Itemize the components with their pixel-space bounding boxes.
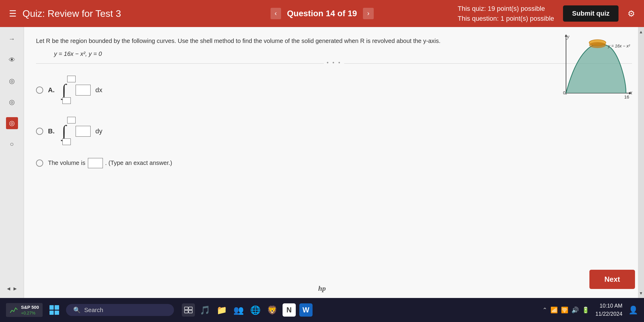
- integrand-box-b[interactable]: [76, 126, 91, 137]
- collapse-right-icon[interactable]: ►: [13, 286, 18, 292]
- stock-widget[interactable]: S&P 500 +0.27%: [6, 303, 43, 317]
- question-text: Let R be the region bounded by the follo…: [36, 36, 632, 46]
- chevron-up-icon[interactable]: ⌃: [542, 306, 547, 314]
- sidebar-circle3-icon[interactable]: ◎: [6, 117, 18, 129]
- settings-icon[interactable]: ⚙: [628, 9, 635, 19]
- divider-dots: • • •: [324, 60, 344, 66]
- prev-question-button[interactable]: ‹: [270, 8, 281, 19]
- win-sq2: [55, 305, 59, 310]
- volume-text: The volume is . (Type an exact answer.): [48, 158, 172, 168]
- svg-text:y: y: [566, 34, 569, 40]
- quiz-title: Quiz: Review for Test 3: [22, 8, 458, 19]
- integral-symbol-b: ∫: [62, 124, 66, 138]
- windows-icon: [49, 305, 59, 315]
- integral-symbol-a: ∫: [62, 83, 66, 97]
- start-button[interactable]: [47, 303, 61, 317]
- main-container: → 👁 ◎ ◎ ◎ ○ ◄ ► Let R be the region boun…: [0, 27, 644, 298]
- svg-rect-14: [184, 310, 188, 313]
- stock-info: S&P 500 +0.27%: [21, 304, 39, 316]
- content-area: Let R be the region bounded by the follo…: [24, 27, 644, 298]
- user-avatar-icon[interactable]: 👤: [628, 305, 638, 315]
- option-b-radio[interactable]: [36, 128, 43, 135]
- graph-area: y x 0 16 y = 16x − x²: [551, 33, 635, 102]
- svg-text:16: 16: [624, 94, 629, 99]
- teams-icon[interactable]: 👥: [232, 303, 245, 317]
- lower-bound-box-b[interactable]: [62, 138, 71, 145]
- stock-chart-icon: [10, 305, 19, 314]
- next-question-button[interactable]: ›: [363, 8, 373, 19]
- notion-icon[interactable]: N: [283, 303, 296, 317]
- question-points-info: This question: 1 point(s) possible: [458, 14, 554, 23]
- taskbar: S&P 500 +0.27% 🔍 Search 🎵 📁 👥 🌐: [0, 298, 644, 322]
- quiz-info: This quiz: 19 point(s) possible This que…: [458, 4, 554, 23]
- svg-text:0: 0: [563, 90, 565, 95]
- upper-bound-box-b[interactable]: [67, 117, 76, 123]
- taskbar-right: ⌃ 📶 🛜 🔊 🔋 10:10 AM 11/22/2024 👤: [542, 302, 638, 318]
- option-a-radio[interactable]: [36, 87, 43, 94]
- volume-answer-row: The volume is . (Type an exact answer.): [36, 158, 632, 168]
- volume-icon[interactable]: 🔊: [571, 306, 579, 314]
- time-display: 10:10 AM: [595, 302, 622, 310]
- sidebar-circle4-icon[interactable]: ○: [6, 138, 18, 150]
- sidebar-eye-icon[interactable]: 👁: [6, 54, 18, 66]
- sidebar-circle2-icon[interactable]: ◎: [6, 96, 18, 108]
- lower-bound-box-a[interactable]: [62, 97, 71, 104]
- sidebar-forward-icon[interactable]: →: [6, 33, 18, 45]
- win-sq4: [55, 311, 59, 315]
- stock-change: +0.27%: [21, 310, 39, 316]
- brave-icon[interactable]: 🦁: [266, 303, 279, 317]
- clock[interactable]: 10:10 AM 11/22/2024: [595, 302, 622, 318]
- search-icon: 🔍: [73, 306, 81, 314]
- wifi-icon[interactable]: 🛜: [561, 306, 568, 314]
- collapse-left-icon[interactable]: ◄: [6, 286, 11, 292]
- submit-quiz-button[interactable]: Submit quiz: [563, 5, 619, 22]
- volume-suffix: . (Type an exact answer.): [105, 159, 172, 166]
- header: ☰ Quiz: Review for Test 3 ‹ Question 14 …: [0, 0, 644, 27]
- volume-radio[interactable]: [36, 159, 43, 167]
- option-b-diff: dy: [95, 127, 102, 135]
- question-counter: Question 14 of 19: [287, 9, 357, 18]
- svg-rect-12: [184, 307, 188, 310]
- search-bar[interactable]: 🔍 Search: [66, 304, 174, 316]
- taskbar-app-icons: 🎵 📁 👥 🌐 🦁 N W: [182, 303, 313, 317]
- stock-name: S&P 500: [21, 304, 39, 310]
- network-status-icon[interactable]: 📶: [550, 306, 558, 314]
- win-sq3: [49, 311, 54, 315]
- svg-text:y = 16x − x²: y = 16x − x²: [608, 44, 630, 48]
- files-icon[interactable]: 📁: [215, 303, 229, 317]
- menu-icon[interactable]: ☰: [9, 9, 16, 19]
- svg-rect-15: [189, 310, 192, 313]
- option-b-label: B.: [48, 127, 57, 135]
- option-a-lower-bound: [62, 97, 71, 105]
- option-b-row: B. ∫ dy: [36, 117, 632, 146]
- system-tray: ⌃ 📶 🛜 🔊 🔋: [542, 306, 589, 314]
- svg-point-6: [589, 42, 606, 48]
- svg-text:x: x: [630, 90, 632, 96]
- next-button[interactable]: Next: [589, 270, 635, 289]
- upper-bound-box-a[interactable]: [67, 76, 76, 82]
- header-right: This quiz: 19 point(s) possible This que…: [458, 4, 635, 23]
- option-a-row: A. ∫ dx: [36, 76, 632, 105]
- left-sidebar: → 👁 ◎ ◎ ◎ ○ ◄ ►: [0, 27, 24, 298]
- hp-logo: hp: [313, 279, 331, 297]
- quiz-points-info: This quiz: 19 point(s) possible: [458, 4, 554, 14]
- integrand-box-a[interactable]: [76, 85, 91, 96]
- sidebar-circle1-icon[interactable]: ◎: [6, 75, 18, 87]
- edge-icon[interactable]: 🌐: [249, 303, 262, 317]
- win-sq1: [49, 305, 54, 310]
- scroll-up-arrow[interactable]: ▲: [639, 29, 643, 34]
- word-icon[interactable]: W: [299, 303, 313, 317]
- scrollbar[interactable]: ▲ ▼: [638, 27, 644, 298]
- volume-answer-input[interactable]: [88, 158, 103, 168]
- option-a-label: A.: [48, 86, 57, 94]
- scroll-down-arrow[interactable]: ▼: [639, 291, 643, 296]
- equation-text: y = 16x − x², y = 0: [54, 50, 632, 57]
- taskview-icon[interactable]: [182, 303, 195, 317]
- media-icon[interactable]: 🎵: [199, 303, 212, 317]
- option-a-diff: dx: [95, 86, 102, 94]
- option-b-expression: ∫ dy: [62, 117, 102, 146]
- options-container: A. ∫ dx: [36, 70, 632, 174]
- option-a-expression: ∫ dx: [62, 76, 102, 105]
- battery-icon[interactable]: 🔋: [582, 306, 589, 314]
- date-display: 11/22/2024: [595, 310, 622, 318]
